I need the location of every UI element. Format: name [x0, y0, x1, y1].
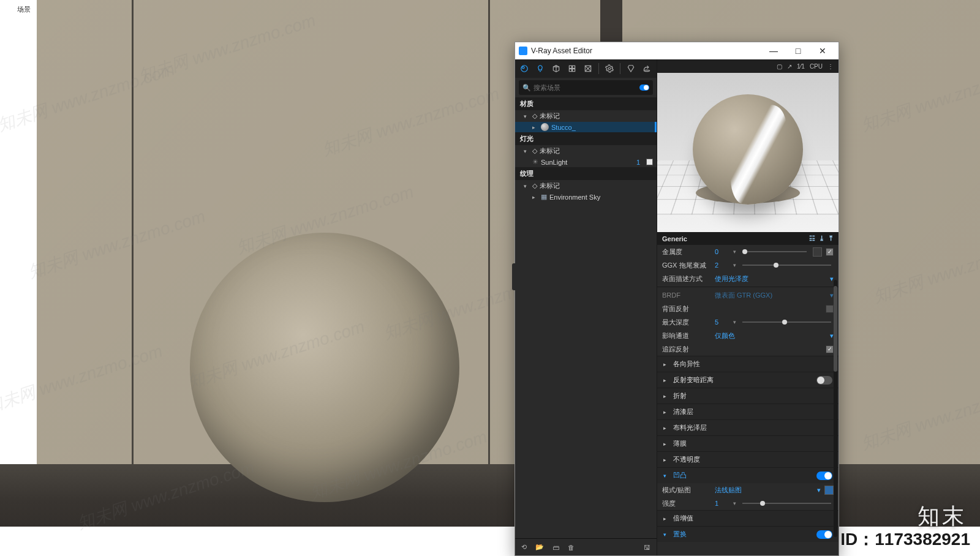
slider[interactable] [742, 503, 831, 504]
import-icon[interactable]: ⤒ [828, 235, 834, 242]
search-filter-toggle[interactable] [639, 85, 649, 91]
expand-icon: ▾ [524, 183, 530, 189]
search-input[interactable] [533, 84, 639, 91]
tab-render-elements-icon[interactable] [565, 62, 579, 75]
properties-scrollbar[interactable] [834, 280, 837, 537]
section-thinfilm[interactable]: ▸薄膜 [657, 435, 839, 451]
window-titlebar[interactable]: V-Ray Asset Editor — □ ✕ [515, 42, 839, 59]
purge-icon[interactable]: 🗃 [552, 544, 559, 551]
viewport: 场景 知未网 www.znzmo.com 知未网 www.znzmo.com 知… [0, 0, 980, 556]
section-anisotropy[interactable]: ▸各向异性 [657, 356, 839, 372]
value[interactable]: 5 [715, 318, 729, 326]
sun-icon: ☀ [532, 158, 538, 166]
preview-toolbar: ▢ ↗ 1⁄1 CPU ⋮ [657, 59, 839, 73]
section-multiplier[interactable]: ▸倍增值 [657, 510, 839, 526]
section-toggle[interactable] [816, 471, 832, 480]
slider[interactable] [742, 321, 831, 323]
preview-popout-icon[interactable]: ▢ [777, 63, 782, 70]
tree-label: Stucco_ [551, 124, 653, 131]
section-opacity[interactable]: ▸不透明度 [657, 451, 839, 467]
tree-label: 未标记 [540, 181, 653, 190]
open-icon[interactable]: 📂 [535, 543, 544, 551]
value[interactable]: 0 [715, 248, 729, 255]
tree-item-stucco[interactable]: ▸ Stucco_ [515, 122, 657, 132]
tree-group-untagged-mats[interactable]: ▾ ◇ 未标记 [515, 110, 657, 122]
prop-bump-mode: 模式/贴图 法线贴图 ▾ [657, 483, 839, 497]
svg-rect-4 [573, 66, 575, 68]
section-header-generic[interactable]: Generic ☷ ⤓ ⤒ [657, 232, 839, 245]
section-sheen[interactable]: ▸布料光泽层 [657, 419, 839, 435]
map-slot[interactable] [813, 247, 822, 257]
panel-collapse-handle[interactable] [512, 263, 516, 290]
enable-checkbox[interactable] [646, 159, 653, 165]
section-toggle[interactable] [816, 530, 832, 539]
settings-icon[interactable]: ☷ [809, 235, 815, 242]
slider[interactable] [742, 251, 807, 252]
tab-geometry-icon[interactable] [549, 62, 563, 75]
preview-mode-label[interactable]: CPU [810, 63, 823, 70]
category-tabstrip [515, 59, 657, 78]
tab-settings-icon[interactable] [603, 62, 616, 75]
section-coat[interactable]: ▸清漆层 [657, 404, 839, 419]
slider[interactable] [742, 265, 831, 266]
tree-header-textures: 纹理 [515, 167, 657, 180]
preview-nav-icon[interactable]: ↗ [787, 63, 792, 70]
tag-icon: ◇ [532, 147, 537, 155]
tree-label: SunLight [541, 159, 634, 166]
section-title: Generic [662, 235, 687, 242]
preview-scale-label[interactable]: 1⁄1 [797, 63, 805, 70]
tree-header-lights: 灯光 [515, 132, 657, 145]
asset-tree: 材质 ▾ ◇ 未标记 ▸ Stucco_ 灯光 ▾ [515, 97, 657, 538]
svg-point-1 [522, 67, 525, 69]
window-maximize-button[interactable]: □ [786, 42, 810, 59]
dropdown[interactable]: 法线贴图 [715, 486, 813, 495]
bump-properties: 模式/贴图 法线贴图 ▾ 强度 1 ▾ [657, 483, 839, 510]
window-title: V-Ray Asset Editor [531, 47, 592, 55]
search-box[interactable]: 🔍 [519, 80, 653, 95]
expand-icon: ▸ [532, 194, 538, 200]
host-menu-label[interactable]: 场景 [17, 5, 31, 14]
section-last[interactable]: ▾置换 [657, 526, 839, 542]
tab-lights-icon[interactable] [533, 62, 547, 75]
section-bump[interactable]: ▾凹凸 [657, 467, 839, 483]
search-icon: 🔍 [522, 84, 531, 92]
dropdown[interactable]: 仅颜色 [715, 331, 826, 340]
window-close-button[interactable]: ✕ [810, 42, 835, 59]
checkbox[interactable] [826, 305, 834, 313]
home-icon[interactable]: ⟲ [521, 543, 527, 551]
tree-header-materials: 材质 [515, 97, 657, 110]
export-icon[interactable]: ⤓ [819, 235, 824, 242]
material-swatch-icon [541, 123, 549, 131]
preview-menu-icon[interactable]: ⋮ [827, 63, 835, 70]
value[interactable]: 2 [715, 261, 729, 269]
asset-id-label: ID：1173382921 [840, 528, 970, 551]
tab-materials-icon[interactable] [518, 62, 531, 75]
right-panel: ▢ ↗ 1⁄1 CPU ⋮ Generic ☷ ⤓ ⤒ [657, 59, 839, 555]
dropdown[interactable]: 微表面 GTR (GGX) [715, 291, 826, 300]
tree-item-sunlight[interactable]: ☀ SunLight 1 [515, 157, 657, 167]
checkbox[interactable] [826, 345, 834, 353]
instance-count: 1 [636, 159, 640, 166]
tree-item-env-sky[interactable]: ▸ ▦ Environment Sky [515, 192, 657, 202]
chevron-down-icon[interactable]: ▾ [817, 486, 821, 494]
tab-render-icon[interactable] [640, 62, 654, 75]
map-slot[interactable] [824, 486, 834, 495]
enable-checkbox[interactable] [826, 248, 834, 256]
tree-group-untagged-tex[interactable]: ▾ ◇ 未标记 [515, 180, 657, 192]
delete-icon[interactable]: 🗑 [568, 544, 575, 551]
prop-metalness: 金属度 0 ▾ [657, 245, 839, 258]
svg-point-9 [644, 70, 649, 71]
section-toggle[interactable] [816, 376, 832, 385]
tab-textures-icon[interactable] [581, 62, 595, 75]
material-preview[interactable] [657, 73, 839, 232]
value[interactable]: 1 [715, 500, 729, 507]
tree-group-untagged-lights[interactable]: ▾ ◇ 未标记 [515, 145, 657, 157]
expand-icon: ▸ [532, 124, 538, 130]
dropdown[interactable]: 使用光泽度 [715, 274, 826, 284]
section-refraction[interactable]: ▸折射 [657, 388, 839, 404]
section-refl-dim[interactable]: ▸反射变暗距离 [657, 372, 839, 388]
save-icon[interactable]: 🖫 [644, 544, 650, 551]
window-minimize-button[interactable]: — [761, 42, 786, 59]
tab-framebuffer-icon[interactable] [624, 62, 638, 75]
tag-icon: ◇ [532, 182, 537, 190]
